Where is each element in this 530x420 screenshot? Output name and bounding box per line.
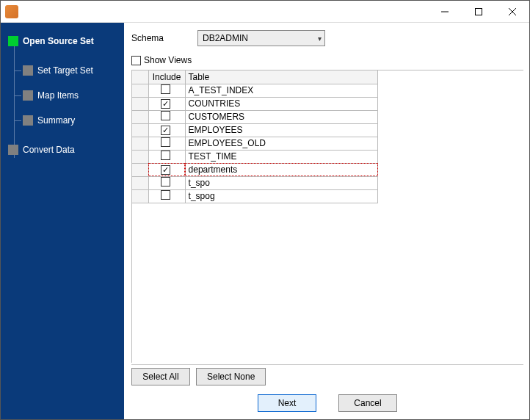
nav-status-icon (8, 36, 18, 46)
include-checkbox[interactable] (161, 126, 170, 135)
include-checkbox[interactable] (161, 151, 170, 160)
table-row[interactable]: EMPLOYEES (132, 123, 378, 137)
include-cell (148, 110, 185, 123)
grid-corner (132, 70, 148, 84)
include-checkbox[interactable] (161, 84, 170, 94)
schema-select[interactable]: DB2ADMIN ▾ (197, 30, 325, 46)
nav-item-convert-data[interactable]: Convert Data (1, 142, 124, 158)
show-views-row: Show Views (131, 55, 523, 65)
main-panel: Schema DB2ADMIN ▾ Show Views Include Ta (124, 23, 529, 419)
include-cell (148, 97, 185, 110)
tables-grid-container: Include Table A_TEST_INDEXCOUNTRIESCUSTO… (131, 70, 523, 363)
table-name-cell: COUNTRIES (185, 97, 377, 110)
wizard-window: Open Source SetSet Target SetMap ItemsSu… (0, 0, 530, 420)
row-header[interactable] (132, 150, 148, 163)
schema-row: Schema DB2ADMIN ▾ (131, 30, 523, 46)
table-name-cell: CUSTOMERS (185, 110, 377, 123)
row-header[interactable] (132, 84, 148, 97)
nav-label: Set Target Set (37, 65, 93, 76)
table-row[interactable]: departments (132, 163, 378, 176)
row-header[interactable] (132, 123, 148, 137)
show-views-checkbox[interactable] (131, 56, 141, 65)
app-icon (5, 5, 18, 18)
include-cell (148, 84, 185, 97)
next-button[interactable]: Next (258, 394, 316, 412)
table-row[interactable]: A_TEST_INDEX (132, 84, 378, 97)
include-checkbox[interactable] (161, 111, 170, 120)
include-checkbox[interactable] (161, 137, 170, 147)
include-checkbox[interactable] (161, 177, 170, 187)
column-header-include[interactable]: Include (148, 70, 185, 84)
nav-status-icon (23, 115, 33, 126)
table-row[interactable]: t_spo (132, 176, 378, 189)
nav-label: Convert Data (23, 145, 75, 155)
body: Open Source SetSet Target SetMap ItemsSu… (1, 23, 529, 419)
nav-item-map-items[interactable]: Map Items (1, 87, 124, 104)
wizard-sidebar: Open Source SetSet Target SetMap ItemsSu… (1, 23, 124, 419)
include-cell (148, 189, 185, 203)
row-header[interactable] (132, 97, 148, 110)
nav-status-icon (23, 65, 33, 76)
nav-status-icon (23, 90, 33, 101)
maximize-button[interactable] (462, 1, 495, 22)
row-header[interactable] (132, 110, 148, 123)
table-name-cell: t_spo (185, 176, 377, 189)
table-name-cell: EMPLOYEES_OLD (185, 137, 377, 150)
select-none-button[interactable]: Select None (196, 368, 266, 385)
include-cell (148, 176, 185, 189)
table-row[interactable]: CUSTOMERS (132, 110, 378, 123)
chevron-down-icon: ▾ (318, 35, 322, 43)
close-button[interactable] (495, 1, 529, 22)
titlebar (1, 1, 529, 23)
nav-item-open-source-set[interactable]: Open Source Set (1, 33, 124, 49)
minimize-button[interactable] (428, 1, 462, 22)
selection-buttons-row: Select All Select None (131, 364, 523, 388)
row-header[interactable] (132, 163, 148, 176)
table-row[interactable]: TEST_TIME (132, 150, 378, 163)
nav-label: Summary (37, 115, 75, 126)
schema-label: Schema (131, 33, 197, 43)
row-header[interactable] (132, 189, 148, 203)
include-cell (148, 123, 185, 137)
include-checkbox[interactable] (161, 190, 170, 200)
footer-buttons-row: Next Cancel (131, 388, 523, 415)
table-name-cell: t_spog (185, 189, 377, 203)
show-views-label: Show Views (144, 55, 192, 65)
window-controls (428, 1, 529, 22)
nav-item-set-target-set[interactable]: Set Target Set (1, 62, 124, 79)
select-all-button[interactable]: Select All (131, 368, 190, 385)
nav-label: Map Items (37, 90, 79, 101)
nav-item-summary[interactable]: Summary (1, 112, 124, 128)
row-header[interactable] (132, 176, 148, 189)
include-checkbox[interactable] (161, 99, 170, 109)
include-cell (148, 137, 185, 150)
tables-grid: Include Table A_TEST_INDEXCOUNTRIESCUSTO… (132, 70, 378, 203)
include-checkbox[interactable] (161, 165, 170, 175)
row-header[interactable] (132, 137, 148, 150)
nav-status-icon (8, 145, 18, 155)
table-name-cell: A_TEST_INDEX (185, 84, 377, 97)
schema-selected-value: DB2ADMIN (203, 33, 248, 43)
nav-label: Open Source Set (23, 36, 94, 46)
include-cell (148, 150, 185, 163)
table-name-cell: EMPLOYEES (185, 123, 377, 137)
table-name-cell: TEST_TIME (185, 150, 377, 163)
table-row[interactable]: EMPLOYEES_OLD (132, 137, 378, 150)
table-row[interactable]: t_spog (132, 189, 378, 203)
include-cell (148, 163, 185, 176)
svg-rect-1 (476, 8, 482, 15)
table-name-cell: departments (185, 163, 377, 176)
table-row[interactable]: COUNTRIES (132, 97, 378, 110)
column-header-table[interactable]: Table (185, 70, 377, 84)
cancel-button[interactable]: Cancel (338, 394, 397, 412)
